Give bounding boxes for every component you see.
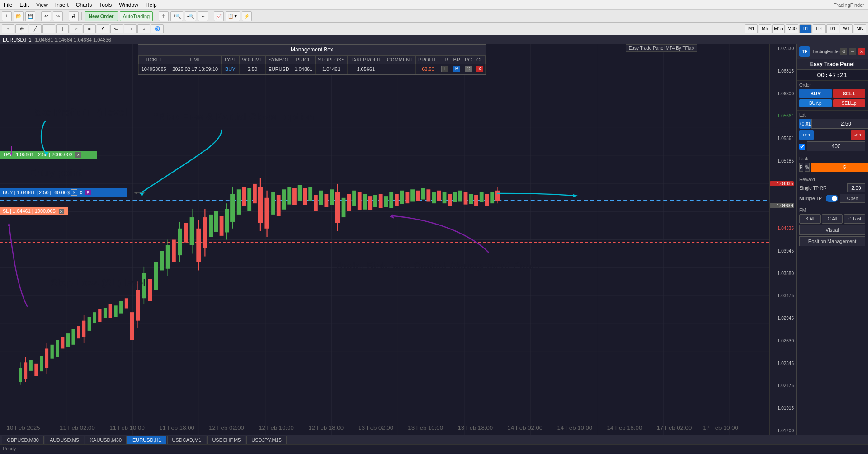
tab-usdchf-m5[interactable]: USDCHF,M5 — [207, 436, 245, 444]
svg-rect-129 — [485, 194, 489, 206]
menu-file[interactable]: File — [0, 2, 16, 8]
tf-w1[interactable]: W1 — [840, 24, 853, 33]
tab-usdcad-m1[interactable]: USDCAD,M1 — [167, 436, 207, 444]
svg-rect-75 — [220, 216, 224, 236]
lot-checkbox[interactable] — [799, 144, 805, 150]
tf-m15[interactable]: M15 — [772, 24, 785, 33]
save-btn[interactable]: 💾 — [25, 11, 35, 21]
tf-m1[interactable]: M1 — [745, 24, 758, 33]
tp-label: TP1 | 1.05661 | 2.50 | 2000.00$ X — [0, 151, 97, 159]
undo-btn[interactable]: ↩ — [41, 11, 51, 21]
c-last-btn[interactable]: C Last — [844, 214, 865, 224]
reward-label: Reward — [799, 177, 865, 182]
arrow-tool[interactable]: ↗ — [70, 24, 82, 33]
menu-charts[interactable]: Charts — [72, 2, 95, 8]
tab-eurusd-h1[interactable]: EURUSD,H1 — [127, 436, 166, 444]
tab-audusd-m5[interactable]: AUDUSD,M5 — [45, 436, 84, 444]
menu-insert[interactable]: Insert — [52, 2, 72, 8]
visual-btn[interactable]: Visual — [799, 225, 865, 235]
buy-btn[interactable]: BUY — [799, 89, 832, 98]
single-tp-input[interactable] — [847, 183, 865, 192]
hline-tool[interactable]: — — [42, 24, 55, 33]
tf-m30[interactable]: M30 — [786, 24, 798, 33]
lot-400-input[interactable] — [807, 141, 865, 151]
new-order-btn[interactable]: New Order — [85, 11, 118, 21]
btn-x[interactable]: X — [476, 66, 483, 72]
buy-p-btn[interactable]: P — [85, 190, 91, 195]
period-sep-btn[interactable]: ⚡ — [242, 11, 252, 21]
fib-tool[interactable]: 🌀 — [151, 24, 164, 33]
print-btn[interactable]: 🖨 — [69, 11, 79, 21]
menu-window[interactable]: Window — [115, 2, 142, 8]
zoom-out-btn[interactable]: -🔍 — [185, 11, 196, 21]
tp-x-btn[interactable]: X — [75, 152, 81, 158]
td-tr[interactable]: T — [439, 64, 451, 74]
sl-x-btn[interactable]: X — [59, 209, 64, 214]
b-all-btn[interactable]: B All — [799, 214, 821, 224]
chart-area[interactable]: Easy Trade Panel MT4 By TFlab Management… — [0, 44, 769, 435]
cursor-tool[interactable]: ↖ — [2, 24, 14, 33]
lot-input[interactable] — [811, 119, 868, 129]
risk-s-input[interactable] — [811, 163, 868, 172]
svg-rect-49 — [119, 301, 123, 313]
menu-edit[interactable]: Edit — [16, 2, 33, 8]
zoom-in-btn[interactable]: +🔍 — [170, 11, 183, 21]
lot-plus-sm-btn[interactable]: +0.01 — [799, 119, 811, 129]
crosshair-tool[interactable]: ⊕ — [15, 24, 28, 33]
vline-tool[interactable]: | — [56, 24, 69, 33]
line-tool[interactable]: ╱ — [29, 24, 42, 33]
channel-tool[interactable]: ≡ — [83, 24, 96, 33]
tab-usdjpy-m15[interactable]: USDJPY,M15 — [246, 436, 286, 444]
sell-p-btn[interactable]: SELL.p — [833, 99, 866, 107]
tab-gbpusd-m30[interactable]: GBPUSD,M30 — [2, 436, 44, 444]
tf-mn[interactable]: MN — [854, 24, 866, 33]
text-tool[interactable]: A — [97, 24, 109, 33]
tab-xauusd-m30[interactable]: XAUUSD,M30 — [85, 436, 127, 444]
rect-tool[interactable]: □ — [124, 24, 137, 33]
menu-help[interactable]: Help — [142, 2, 160, 8]
risk-row: P % — [799, 163, 865, 172]
minimize-btn[interactable]: ─ — [849, 48, 856, 55]
close-panel-btn[interactable]: ✕ — [858, 48, 865, 55]
risk-pct-btn[interactable]: % — [805, 163, 810, 172]
svg-rect-47 — [109, 304, 112, 318]
indicator-btn[interactable]: 📈 — [214, 11, 224, 21]
tf-d1[interactable]: D1 — [826, 24, 839, 33]
lot-plus-md-btn[interactable]: +0.1 — [799, 130, 814, 140]
menu-tools[interactable]: Tools — [95, 2, 115, 8]
open-btn[interactable]: 📂 — [14, 11, 24, 21]
tf-h4[interactable]: H4 — [813, 24, 826, 33]
ellipse-tool[interactable]: ○ — [137, 24, 150, 33]
sell-btn[interactable]: SELL — [833, 89, 866, 98]
btn-t[interactable]: T — [441, 66, 448, 72]
new-chart-btn[interactable]: + — [2, 11, 12, 21]
buy-b-btn[interactable]: B — [79, 190, 84, 195]
scroll-btn[interactable]: ↔ — [198, 11, 208, 21]
td-br[interactable]: B — [451, 64, 462, 74]
tf-m5[interactable]: M5 — [759, 24, 771, 33]
btn-b[interactable]: B — [453, 66, 460, 72]
position-mgmt-btn[interactable]: Position Management — [799, 236, 865, 246]
risk-p-btn[interactable]: P — [799, 163, 803, 172]
menu-view[interactable]: View — [33, 2, 52, 8]
btn-c[interactable]: C — [465, 66, 472, 72]
svg-text:10 Feb 2025: 10 Feb 2025 — [7, 425, 40, 431]
settings-btn[interactable]: ⚙ — [840, 48, 847, 55]
lot-minus-md-btn[interactable]: -0.1 — [851, 130, 865, 140]
template-btn[interactable]: 📋▼ — [226, 11, 240, 21]
td-cl[interactable]: X — [474, 64, 486, 74]
td-pc[interactable]: C — [462, 64, 474, 74]
buy-x-btn[interactable]: X — [71, 189, 77, 196]
crosshair-btn[interactable]: ✛ — [159, 11, 169, 21]
svg-text:17 Feb 10:00: 17 Feb 10:00 — [703, 425, 738, 431]
tf-h1[interactable]: H1 — [799, 24, 812, 33]
c-all-btn[interactable]: C All — [822, 214, 843, 224]
buy-p-btn[interactable]: BUY.p — [799, 99, 832, 107]
open-btn[interactable]: Open — [840, 194, 865, 203]
multiple-tp-toggle[interactable] — [826, 195, 838, 202]
label-tool[interactable]: 🏷 — [110, 24, 123, 33]
price-4: 1.05561 — [770, 136, 794, 141]
panel-controls: ⚙ ─ ✕ — [840, 48, 865, 55]
redo-btn[interactable]: ↪ — [53, 11, 63, 21]
autotrading-btn[interactable]: AutoTrading — [120, 11, 153, 21]
